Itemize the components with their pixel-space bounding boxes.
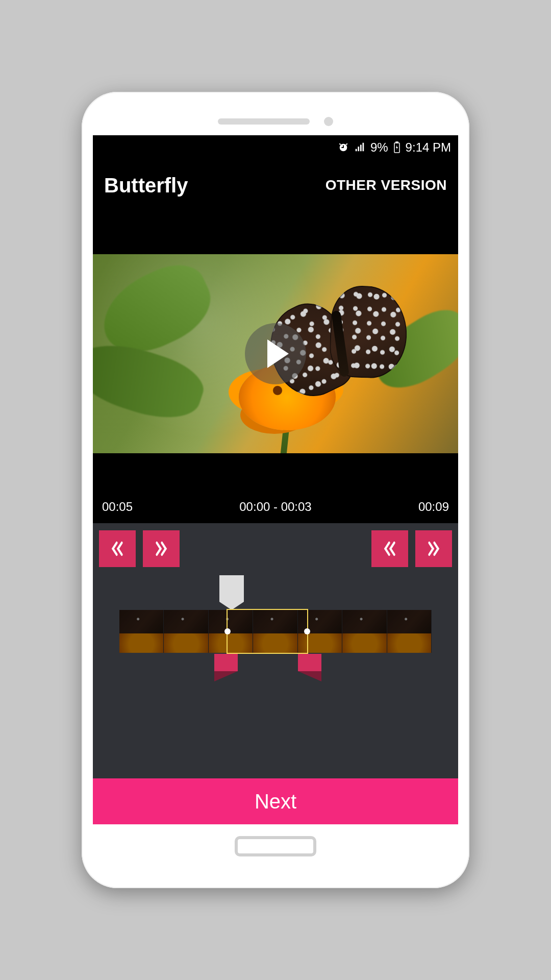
clip-start-time: 00:05 — [102, 500, 133, 514]
timeline[interactable] — [99, 585, 452, 677]
chevron-double-left-icon — [382, 538, 397, 559]
thumbnail — [119, 610, 164, 653]
phone-speaker — [218, 118, 310, 125]
phone-speaker-area — [93, 107, 458, 135]
thumbnail — [387, 610, 432, 653]
clip-end-time: 00:09 — [418, 500, 449, 514]
alarm-icon — [338, 142, 349, 153]
step-forward-button[interactable] — [415, 530, 452, 567]
app-screen: 9% 9:14 PM Butterfly OTHER VERSION — [93, 135, 458, 824]
chevron-double-right-icon — [426, 538, 441, 559]
step-buttons-row — [99, 530, 452, 567]
battery-icon — [393, 141, 400, 154]
trim-handle-right[interactable] — [298, 654, 321, 690]
phone-frame: 9% 9:14 PM Butterfly OTHER VERSION — [82, 92, 469, 888]
title-bar: Butterfly OTHER VERSION — [93, 160, 458, 211]
signal-icon — [354, 142, 365, 153]
trim-editor — [93, 523, 458, 778]
left-step-group — [99, 530, 180, 567]
svg-rect-1 — [396, 142, 398, 143]
step-forward-fast-button[interactable] — [143, 530, 180, 567]
play-button[interactable] — [245, 323, 306, 384]
page-title: Butterfly — [104, 174, 188, 197]
video-preview-area — [93, 211, 458, 497]
phone-front-camera — [324, 117, 333, 126]
chevron-double-right-icon — [154, 538, 169, 559]
battery-percent: 9% — [370, 140, 388, 155]
clip-range-time: 00:00 - 00:03 — [239, 500, 311, 514]
thumbnail — [164, 610, 208, 653]
step-back-button[interactable] — [371, 530, 408, 567]
phone-home-area — [93, 824, 458, 868]
status-bar: 9% 9:14 PM — [93, 135, 458, 160]
home-button[interactable] — [235, 836, 316, 856]
status-time: 9:14 PM — [406, 140, 451, 155]
thumbnail — [253, 610, 297, 653]
next-button-label: Next — [255, 790, 296, 813]
play-icon — [267, 339, 289, 368]
chevron-double-left-icon — [110, 538, 125, 559]
thumbnail-strip[interactable] — [119, 610, 432, 653]
time-labels: 00:05 00:00 - 00:03 00:09 — [93, 497, 458, 523]
thumbnail — [209, 610, 253, 653]
thumbnail — [298, 610, 342, 653]
video-frame[interactable] — [93, 254, 458, 453]
step-back-fast-button[interactable] — [99, 530, 136, 567]
playhead-marker[interactable] — [219, 575, 244, 602]
right-step-group — [371, 530, 452, 567]
trim-handle-left[interactable] — [214, 654, 238, 690]
thumbnail — [342, 610, 387, 653]
other-version-button[interactable]: OTHER VERSION — [325, 177, 447, 193]
next-button[interactable]: Next — [93, 778, 458, 824]
